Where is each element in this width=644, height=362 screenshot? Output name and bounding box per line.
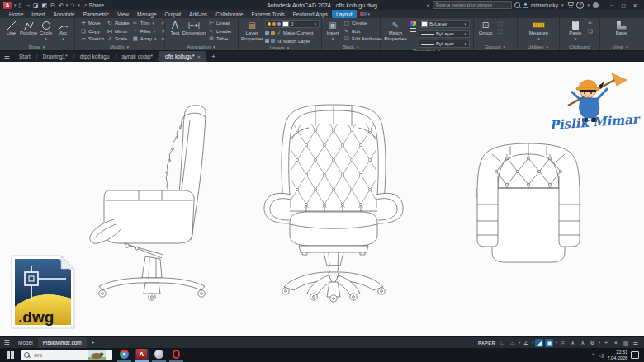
autocad-app-icon[interactable]: A (3, 2, 12, 9)
tab-featured-apps[interactable]: Featured Apps (289, 10, 332, 18)
undo-caret-icon[interactable]: ▾ (66, 2, 69, 7)
stretch-tool[interactable]: ▱Stretch (80, 35, 104, 43)
annotation-visibility-icon[interactable]: ᴀ (569, 339, 577, 347)
match-properties-tool[interactable]: ✎ Match Properties (383, 20, 408, 41)
notification-icon[interactable] (593, 2, 599, 8)
plot-icon[interactable]: ⊟ (50, 2, 55, 8)
ungroup-tool[interactable]: ⬚ (497, 20, 504, 27)
undo-icon[interactable]: ↶ (59, 2, 64, 8)
tab-collaborate[interactable]: Collaborate (211, 10, 247, 18)
search-collapse-icon[interactable]: ▸ (428, 2, 430, 7)
help-icon[interactable]: ? (576, 2, 584, 9)
rotate-tool[interactable]: ↻Rotate (107, 20, 130, 27)
taskbar-opera-icon[interactable] (169, 349, 183, 362)
workspace-switch-icon[interactable] (360, 12, 367, 16)
arc-caret-icon[interactable]: ▾ (62, 36, 64, 41)
snap-caret-icon[interactable]: ▾ (555, 341, 556, 345)
file-tab-menu-icon[interactable]: ☰ (0, 53, 13, 60)
insert-tool[interactable]: ▣ Insert ▾ (324, 20, 341, 41)
taskbar-autocad-icon[interactable]: A (135, 349, 149, 362)
tray-expand-icon[interactable]: ⌃ (591, 352, 595, 358)
tab-view[interactable]: View (113, 10, 133, 18)
tab-output[interactable]: Output (161, 10, 186, 18)
move-tool[interactable]: ✛Move (80, 20, 104, 27)
layout-tab-pislikmimar[interactable]: PislikMimar.com (38, 337, 87, 349)
match-layer-tool[interactable]: ⇉ Match Layer (265, 38, 320, 45)
close-button[interactable]: ✕ (629, 2, 641, 8)
file-tab-ofis-koltugu[interactable]: ofis koltugu* ✕ (159, 51, 206, 62)
isometric-drafting-icon[interactable]: ⌓ (509, 339, 517, 347)
customization-menu-icon[interactable]: ☰ (632, 339, 640, 347)
array-caret-icon[interactable]: ▾ (154, 36, 157, 41)
ortho-icon[interactable]: ∟ (499, 339, 507, 347)
clean-screen-icon[interactable]: ▥ (622, 339, 630, 347)
new-file-icon[interactable]: ▯ (19, 2, 22, 8)
panel-clipboard-label[interactable]: Clipboard (560, 43, 599, 50)
iso-caret-icon[interactable]: ▾ (519, 341, 520, 345)
text-tool[interactable]: A Text (168, 20, 182, 36)
app-menu-caret-icon[interactable]: ▾ (14, 2, 17, 7)
copy-tool[interactable]: ❏Copy (80, 28, 104, 35)
line-tool[interactable]: Line (2, 20, 20, 36)
chair-drawing[interactable]: .dwg Pislik Mimar (0, 62, 644, 336)
layout-menu-icon[interactable]: ☰ (0, 339, 13, 346)
tab-insert[interactable]: Insert (27, 10, 49, 18)
taskbar-cat-app-icon[interactable] (152, 349, 166, 362)
tab-home[interactable]: Home (5, 10, 27, 18)
panel-view-label[interactable]: View ▾ (600, 43, 642, 50)
taskbar-search-input[interactable] (32, 351, 85, 359)
taskbar-search[interactable] (21, 350, 112, 360)
polyline-tool[interactable]: Polyline (20, 20, 37, 36)
panel-groups-label[interactable]: Groups ▾ (474, 43, 517, 50)
workspace-switch-status-icon[interactable]: + (602, 339, 610, 347)
arc-tool[interactable]: Arc ▾ (54, 20, 72, 41)
panel-draw-label[interactable]: Draw ▾ (0, 43, 74, 50)
file-tab-drawing1[interactable]: Drawing1* (37, 51, 73, 62)
panel-utilities-label[interactable]: Utilities ▾ (518, 43, 559, 50)
make-current-tool[interactable]: ✓ Make Current (265, 30, 320, 37)
file-tab-start[interactable]: Start (13, 51, 36, 62)
redo-caret-icon[interactable]: ▾ (78, 2, 80, 7)
annotation-scale-gear-icon[interactable]: ⚙ (589, 339, 597, 347)
tab-parametric[interactable]: Parametric (79, 10, 113, 18)
mirror-tool[interactable]: ⋈Mirror (107, 28, 130, 35)
chair-top-view[interactable] (477, 143, 580, 262)
array-tool[interactable]: ▦Array▾ (132, 35, 158, 43)
file-tab-close-icon[interactable]: ✕ (197, 54, 201, 59)
panel-layers-label[interactable]: Layers ▾ (239, 45, 321, 50)
model-tab[interactable]: Model (13, 337, 38, 349)
polar-tracking-icon[interactable]: ∠ (522, 339, 530, 347)
measure-tool[interactable]: Measure ▾ (528, 20, 551, 41)
quick-measure-icon[interactable]: ⌖ (612, 339, 620, 347)
redo-icon[interactable]: ↷ (70, 2, 75, 8)
trim-caret-icon[interactable]: ▾ (152, 21, 154, 26)
dynamic-input-icon[interactable]: ◢ (535, 339, 543, 347)
dimension-tool[interactable]: Dimension (182, 20, 206, 36)
linetype-icon[interactable] (410, 31, 416, 32)
fillet-tool[interactable]: ◜Fillet▾ (132, 28, 158, 35)
paste-tool[interactable]: Paste ▾ (566, 20, 585, 41)
trim-tool[interactable]: ✂Trim▾ (132, 20, 158, 27)
insert-caret-icon[interactable]: ▾ (332, 36, 334, 41)
notification-center-icon[interactable] (631, 351, 639, 359)
copy-clip-tool[interactable]: ❏ (587, 28, 594, 35)
open-file-icon[interactable]: ▱ (25, 2, 29, 8)
object-snap-icon[interactable]: ⌗ (559, 339, 567, 347)
lineweight-combobox[interactable]: ByLayer ▾ (419, 30, 470, 38)
color-wheel-icon[interactable] (410, 21, 416, 26)
username-label[interactable]: mimarlucky (531, 2, 558, 8)
table-tool[interactable]: ⊞Table (208, 35, 232, 43)
share-icon[interactable]: ↗ (83, 2, 88, 8)
lineweight-icon[interactable] (410, 28, 416, 29)
group-edit-tool[interactable]: ⬚ (497, 28, 504, 35)
taskbar-clock[interactable]: 22:51 7.04.2026 (608, 350, 627, 361)
cut-tool[interactable]: ✂ (587, 20, 594, 27)
file-tab-aynali-dolap[interactable]: aynalı dolap* (116, 51, 159, 62)
snap-icon[interactable]: ▣ (545, 339, 553, 347)
user-avatar-icon[interactable] (523, 2, 528, 8)
layer-properties-tool[interactable]: ▤ Layer Properties (241, 20, 263, 41)
ribbon-display-caret-icon[interactable]: ▾ (368, 12, 371, 16)
measure-caret-icon[interactable]: ▾ (537, 36, 540, 41)
paper-space-toggle[interactable]: PAPER (478, 341, 495, 346)
file-tab-disci-koltugu[interactable]: dişçi koltugu (74, 51, 116, 62)
